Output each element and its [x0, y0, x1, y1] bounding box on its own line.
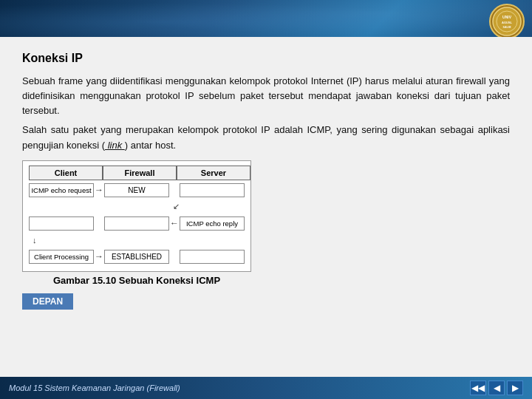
diagram-cell-established: ESTABLISHED [104, 250, 169, 264]
arrow-down-row-2: ↓ [29, 233, 245, 247]
diagram-cell-empty-1 [180, 183, 245, 197]
diagram-cell-empty-2 [29, 216, 94, 231]
depan-button[interactable]: DEPAN [22, 293, 73, 310]
diagram-cell-new: NEW [104, 183, 169, 197]
svg-text:SALIM: SALIM [503, 26, 511, 29]
diagram-inner: Client Firewall Server ICMP echo request… [22, 160, 251, 272]
university-logo: UNIV AGUSL SALIM [489, 4, 525, 39]
diagram-section: Client Firewall Server ICMP echo request… [22, 160, 510, 286]
main-content: Koneksi IP Sebuah frame yang diidentifik… [0, 37, 532, 377]
diagram-header-firewall: Firewall [103, 166, 177, 180]
arrow-down-1: ↙ [173, 202, 180, 211]
diagram-caption: Gambar 15.10 Sebuah Koneksi ICMP [22, 275, 251, 286]
nav-prev-prev-button[interactable]: ◀◀ [470, 381, 486, 395]
arrow-down-2: ↓ [33, 236, 37, 245]
diagram-cell-icmp-reply: ICMP echo reply [180, 216, 245, 231]
diagram-row-2: → ← ICMP echo reply [29, 216, 245, 231]
arrow-down-row-1: ↙ [29, 200, 245, 214]
arrow-right-1: → [95, 185, 103, 195]
diagram-cell-empty-3 [104, 216, 169, 231]
diagram-row-1: ICMP echo request → NEW → [29, 183, 245, 197]
svg-text:UNIV: UNIV [502, 15, 512, 19]
diagram-cell-empty-4 [180, 250, 245, 264]
svg-text:AGUSL: AGUSL [502, 21, 513, 24]
diagram-header-row: Client Firewall Server [29, 166, 245, 180]
nav-next-button[interactable]: ▶ [507, 381, 523, 395]
diagram-header-client: Client [29, 166, 103, 180]
diagram-row-3: Client Processing → ESTABLISHED → [29, 250, 245, 264]
arrow-left-2: ← [170, 218, 179, 228]
link-text: link [105, 140, 125, 151]
paragraph-1: Sebuah frame yang diidentifikasi menggun… [22, 74, 510, 118]
nav-buttons: ◀◀ ◀ ▶ [470, 381, 523, 395]
section-title: Koneksi IP [22, 52, 510, 65]
footer-text: Modul 15 Sistem Keamanan Jaringan (Firew… [9, 383, 180, 392]
diagram-cell-client-processing: Client Processing [29, 250, 94, 264]
diagram-wrapper: Client Firewall Server ICMP echo request… [22, 160, 251, 286]
arrow-right-3: → [95, 251, 103, 262]
diagram-header-server: Server [177, 166, 250, 180]
depan-area: DEPAN [22, 292, 510, 310]
diagram-cell-icmp-request: ICMP echo request [29, 183, 94, 197]
paragraph-2: Salah satu paket yang merupakan kelompok… [22, 123, 510, 152]
paragraph-2-text-1: Salah satu paket yang merupakan kelompok… [22, 124, 510, 150]
paragraph-2-text-2: ) antar host. [125, 140, 176, 151]
nav-prev-button[interactable]: ◀ [488, 381, 505, 395]
footer: Modul 15 Sistem Keamanan Jaringan (Firew… [0, 377, 532, 399]
